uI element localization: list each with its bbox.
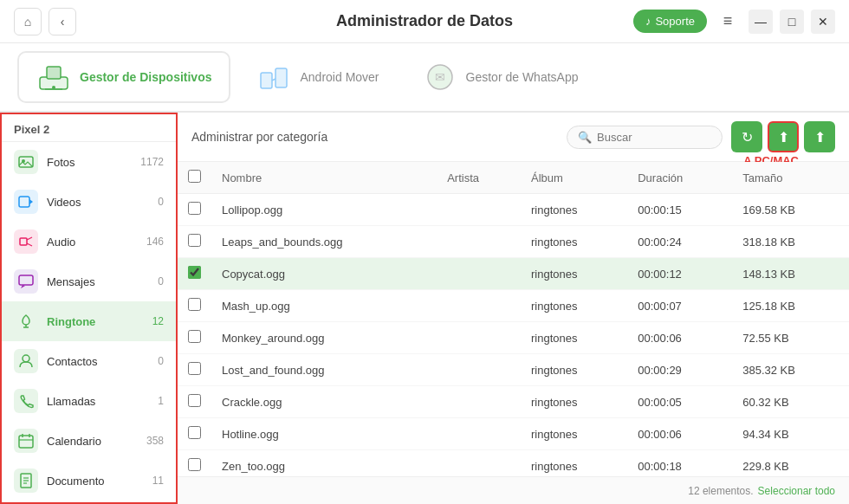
row-checkbox[interactable] [188, 362, 201, 375]
row-artist [437, 354, 521, 386]
android-icon [256, 60, 291, 94]
tab-whatsapp[interactable]: ✉ Gestor de WhatsApp [405, 51, 596, 103]
contactos-label: Contactos [47, 355, 158, 368]
maximize-button[interactable]: □ [780, 10, 804, 34]
row-checkbox[interactable] [188, 458, 201, 471]
table-row: Monkey_around.ogg ringtones 00:00:06 72.… [178, 322, 849, 354]
sidebar-item-ringtone[interactable]: Ringtone 12 [2, 301, 176, 341]
row-checkbox-cell[interactable] [178, 386, 211, 418]
calendario-label: Calendario [47, 435, 146, 448]
content-area: Administrar por categoría 🔍 ↻ ⬆ A PC/MAC… [178, 113, 849, 504]
row-checkbox-cell[interactable] [178, 226, 211, 258]
audio-label: Audio [47, 236, 146, 249]
row-checkbox[interactable] [188, 234, 201, 247]
row-checkbox[interactable] [188, 202, 201, 215]
table-row: Zen_too.ogg ringtones 00:00:18 229.8 KB [178, 450, 849, 477]
row-size: 385.32 KB [732, 354, 849, 386]
col-album: Álbum [521, 162, 627, 194]
audio-count: 146 [146, 236, 164, 248]
tab-gestor[interactable]: Gestor de Dispositivos [17, 51, 230, 103]
row-checkbox-cell[interactable] [178, 418, 211, 450]
row-album: ringtones [521, 450, 627, 477]
row-checkbox-cell[interactable] [178, 258, 211, 290]
sidebar-item-mensajes[interactable]: Mensajes 0 [2, 262, 176, 301]
row-checkbox-cell[interactable] [178, 354, 211, 386]
tab-android[interactable]: Android Mover [239, 51, 396, 103]
status-bar: 12 elementos. Seleccionar todo [178, 476, 849, 504]
col-size: Tamaño [732, 162, 849, 194]
sidebar-item-calendario[interactable]: Calendario 358 [2, 421, 176, 461]
mensajes-label: Mensajes [47, 275, 158, 288]
select-all-checkbox[interactable] [188, 170, 201, 183]
row-checkbox[interactable] [188, 330, 201, 343]
row-album: ringtones [521, 258, 627, 290]
export-button[interactable]: ⬆ [768, 121, 799, 152]
import-button[interactable]: ⬆ [804, 121, 835, 152]
row-duration: 00:00:07 [627, 290, 732, 322]
content-toolbar: Administrar por categoría 🔍 ↻ ⬆ A PC/MAC… [178, 113, 849, 162]
row-artist [437, 418, 521, 450]
fotos-label: Fotos [47, 156, 140, 169]
title-bar: ⌂ ‹ Administrador de Datos ♪ Soporte ≡ —… [0, 0, 849, 43]
sidebar-item-contactos[interactable]: Contactos 0 [2, 341, 176, 381]
app-title: Administrador de Datos [336, 12, 513, 30]
menu-button[interactable]: ≡ [714, 8, 742, 36]
ringtone-count: 12 [152, 315, 164, 327]
search-box: 🔍 [567, 126, 723, 149]
docs-icon [14, 468, 38, 493]
data-table: Nombre Artista Álbum Duración Tamaño Lol… [178, 162, 849, 476]
row-name: Monkey_around.ogg [211, 322, 437, 354]
select-all-link[interactable]: Seleccionar todo [758, 485, 835, 497]
row-checkbox[interactable] [188, 394, 201, 407]
table-header-row: Nombre Artista Álbum Duración Tamaño [178, 162, 849, 194]
sidebar-item-videos[interactable]: Videos 0 [2, 182, 176, 222]
whatsapp-icon: ✉ [423, 60, 457, 94]
sidebar-item-documento[interactable]: Documento 11 [2, 461, 176, 501]
row-album: ringtones [521, 194, 627, 226]
refresh-button[interactable]: ↻ [731, 121, 762, 152]
title-bar-left: ⌂ ‹ [14, 8, 76, 36]
row-checkbox-cell[interactable] [178, 450, 211, 477]
svg-rect-4 [261, 73, 272, 88]
minimize-icon: — [755, 15, 767, 29]
row-checkbox-cell[interactable] [178, 322, 211, 354]
back-button[interactable]: ‹ [49, 8, 76, 36]
search-input[interactable] [597, 131, 701, 144]
support-button[interactable]: ♪ Soporte [633, 10, 707, 33]
select-all-header[interactable] [178, 162, 211, 194]
back-icon: ‹ [61, 15, 65, 29]
row-artist [437, 322, 521, 354]
videos-icon [14, 190, 38, 214]
row-album: ringtones [521, 290, 627, 322]
row-name: Zen_too.ogg [211, 450, 437, 477]
category-label: Administrar por categoría [191, 130, 558, 144]
row-checkbox-cell[interactable] [178, 194, 211, 226]
row-checkbox-cell[interactable] [178, 290, 211, 322]
gestor-label: Gestor de Dispositivos [80, 70, 211, 84]
videos-label: Videos [47, 196, 158, 209]
sidebar-item-fotos[interactable]: Fotos 1172 [2, 142, 176, 182]
close-button[interactable]: ✕ [811, 10, 835, 34]
svg-line-15 [27, 243, 32, 246]
row-name: Copycat.ogg [211, 258, 437, 290]
sidebar-item-libros[interactable]: Libros 6 [2, 501, 176, 504]
title-bar-right: ♪ Soporte ≡ — □ ✕ [633, 8, 835, 36]
row-size: 169.58 KB [732, 194, 849, 226]
svg-text:✉: ✉ [435, 70, 445, 84]
table-body: Lollipop.ogg ringtones 00:00:15 169.58 K… [178, 194, 849, 477]
row-checkbox[interactable] [188, 426, 201, 439]
col-duration: Duración [627, 162, 732, 194]
svg-point-20 [23, 355, 29, 362]
table-row: Leaps_and_bounds.ogg ringtones 00:00:24 … [178, 226, 849, 258]
svg-line-14 [27, 237, 32, 240]
minimize-button[interactable]: — [749, 10, 773, 34]
sidebar-item-audio[interactable]: Audio 146 [2, 222, 176, 262]
row-checkbox[interactable] [188, 298, 201, 311]
row-checkbox[interactable] [188, 266, 201, 279]
ringtone-label: Ringtone [47, 315, 152, 328]
row-album: ringtones [521, 386, 627, 418]
row-duration: 00:00:06 [627, 418, 732, 450]
sidebar-item-llamadas[interactable]: Llamadas 1 [2, 381, 176, 421]
row-duration: 00:00:24 [627, 226, 732, 258]
home-button[interactable]: ⌂ [14, 8, 42, 36]
